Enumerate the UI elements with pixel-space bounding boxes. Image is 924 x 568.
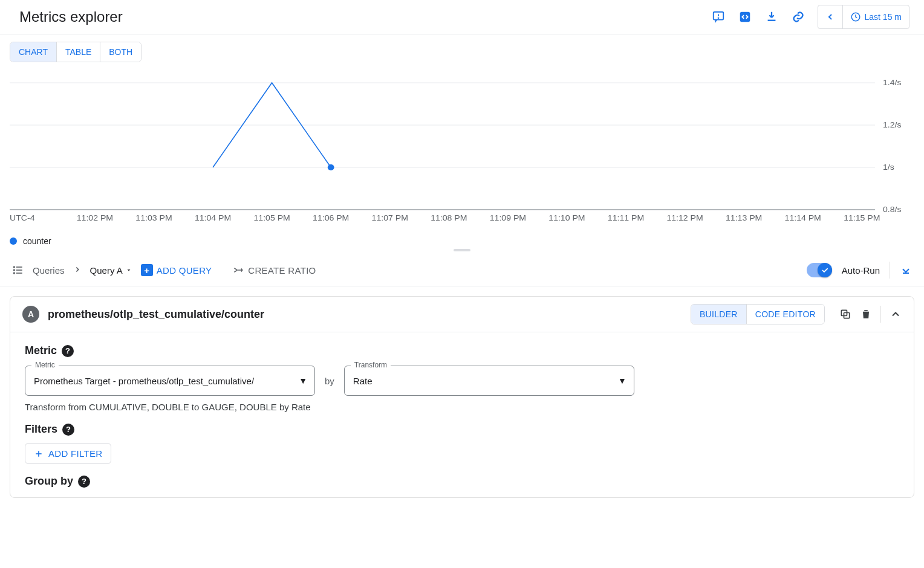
- query-panel: A prometheus/otlp_test_cumulative/counte…: [10, 296, 914, 498]
- plus-icon: [34, 449, 44, 459]
- check-icon: [821, 266, 829, 274]
- tab-chart[interactable]: CHART: [10, 42, 56, 62]
- legend-marker: [10, 237, 17, 245]
- link-icon[interactable]: [786, 5, 810, 29]
- create-ratio-button[interactable]: CREATE RATIO: [232, 264, 316, 276]
- tab-table[interactable]: TABLE: [56, 42, 100, 62]
- time-prev-button[interactable]: [818, 5, 842, 28]
- resize-handle[interactable]: [0, 246, 924, 254]
- collapse-all-icon[interactable]: [900, 264, 912, 276]
- svg-text:11:04 PM: 11:04 PM: [195, 213, 231, 222]
- autorun-label: Auto-Run: [842, 265, 880, 276]
- legend-label: counter: [23, 236, 51, 246]
- y-tick: 0.8/s: [883, 205, 902, 213]
- help-icon[interactable]: ?: [62, 345, 74, 357]
- collapse-icon[interactable]: [890, 308, 902, 320]
- y-tick: 1.4/s: [883, 78, 902, 86]
- svg-text:11:02 PM: 11:02 PM: [77, 213, 113, 222]
- feedback-icon[interactable]: [706, 5, 730, 29]
- chart-endpoint: [328, 164, 334, 170]
- transform-description: Transform from CUMULATIVE, DOUBLE to GAU…: [25, 402, 899, 412]
- add-query-button[interactable]: + ADD QUERY: [141, 264, 212, 276]
- svg-text:11:03 PM: 11:03 PM: [135, 213, 172, 222]
- svg-text:11:15 PM: 11:15 PM: [844, 213, 880, 222]
- svg-text:11:08 PM: 11:08 PM: [431, 213, 467, 222]
- plus-icon: +: [141, 264, 153, 276]
- help-icon[interactable]: ?: [78, 476, 90, 488]
- time-range-button[interactable]: Last 15 m: [842, 5, 909, 28]
- y-tick: 1/s: [883, 163, 894, 171]
- x-axis-label: UTC-4: [10, 213, 35, 222]
- list-icon: [12, 264, 24, 276]
- metric-path: prometheus/otlp_test_cumulative/counter: [48, 308, 682, 321]
- breadcrumb[interactable]: Queries: [33, 265, 65, 276]
- current-query[interactable]: Query A: [90, 265, 132, 276]
- svg-text:11:05 PM: 11:05 PM: [253, 213, 290, 222]
- code-icon[interactable]: [733, 5, 757, 29]
- by-label: by: [325, 376, 334, 386]
- metric-section-title: Metric: [25, 344, 57, 357]
- svg-text:11:13 PM: 11:13 PM: [726, 213, 762, 222]
- transform-select[interactable]: Transform Rate ▼: [344, 366, 634, 396]
- download-icon[interactable]: [760, 5, 784, 29]
- caret-down-icon: ▼: [618, 376, 626, 386]
- delete-icon[interactable]: [860, 308, 872, 320]
- svg-text:11:10 PM: 11:10 PM: [548, 213, 585, 222]
- svg-text:11:06 PM: 11:06 PM: [313, 213, 349, 222]
- svg-text:11:09 PM: 11:09 PM: [490, 213, 526, 222]
- chart-area[interactable]: 1.4/s 1.2/s 1/s 0.8/s 11:02 PM 11:03 PM …: [10, 65, 914, 234]
- groupby-section-title: Group by: [25, 475, 73, 488]
- metric-select[interactable]: Metric Prometheus Target - prometheus/ot…: [25, 366, 315, 396]
- svg-point-27: [14, 266, 15, 268]
- caret-down-icon: [125, 266, 132, 274]
- tab-both[interactable]: BOTH: [100, 42, 141, 62]
- svg-text:11:14 PM: 11:14 PM: [785, 213, 821, 222]
- y-tick: 1.2/s: [883, 120, 902, 129]
- tab-code-editor[interactable]: CODE EDITOR: [746, 305, 824, 324]
- svg-point-28: [14, 269, 15, 271]
- query-badge: A: [22, 306, 39, 323]
- chevron-right-icon: [73, 265, 82, 276]
- filters-section-title: Filters: [25, 423, 57, 436]
- copy-icon[interactable]: [839, 308, 851, 320]
- view-tabs: CHART TABLE BOTH: [10, 42, 142, 62]
- autorun-toggle[interactable]: [807, 263, 832, 277]
- svg-text:11:07 PM: 11:07 PM: [372, 213, 408, 222]
- svg-text:11:12 PM: 11:12 PM: [666, 213, 703, 222]
- ratio-icon: [232, 264, 244, 276]
- caret-down-icon: ▼: [299, 376, 307, 386]
- svg-point-2: [718, 18, 718, 18]
- svg-rect-4: [767, 20, 775, 21]
- add-filter-button[interactable]: ADD FILTER: [25, 443, 111, 464]
- page-title: Metrics explorer: [19, 8, 123, 25]
- help-icon[interactable]: ?: [62, 424, 74, 436]
- tab-builder[interactable]: BUILDER: [691, 305, 746, 324]
- svg-text:11:11 PM: 11:11 PM: [608, 213, 644, 222]
- svg-point-29: [14, 273, 15, 274]
